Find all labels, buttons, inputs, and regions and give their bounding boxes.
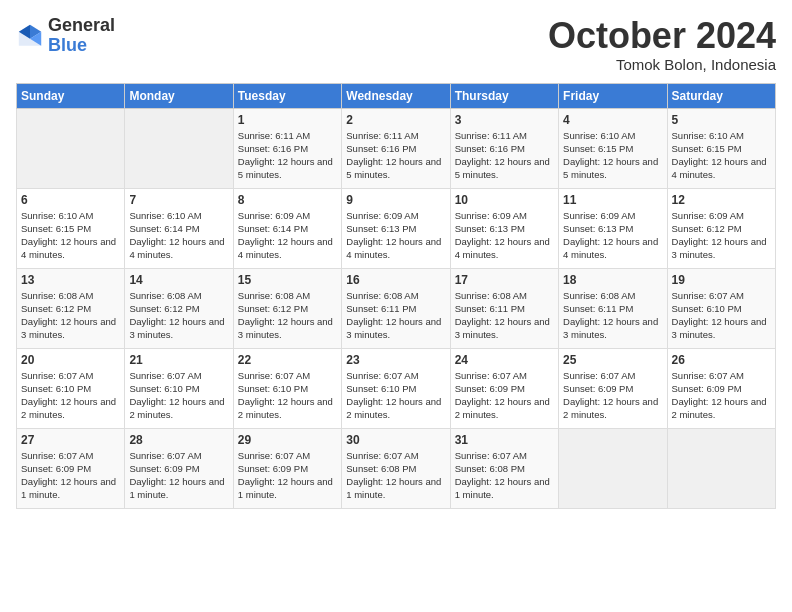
day-number: 8 <box>238 193 337 207</box>
calendar-cell: 7Sunrise: 6:10 AMSunset: 6:14 PMDaylight… <box>125 188 233 268</box>
calendar-cell <box>17 108 125 188</box>
day-info: Sunrise: 6:10 AMSunset: 6:14 PMDaylight:… <box>129 209 228 262</box>
calendar-cell: 20Sunrise: 6:07 AMSunset: 6:10 PMDayligh… <box>17 348 125 428</box>
calendar-week-row: 27Sunrise: 6:07 AMSunset: 6:09 PMDayligh… <box>17 428 776 508</box>
day-number: 6 <box>21 193 120 207</box>
page-header: General Blue October 2024 Tomok Bolon, I… <box>16 16 776 73</box>
day-number: 2 <box>346 113 445 127</box>
day-info: Sunrise: 6:09 AMSunset: 6:12 PMDaylight:… <box>672 209 771 262</box>
calendar-cell: 12Sunrise: 6:09 AMSunset: 6:12 PMDayligh… <box>667 188 775 268</box>
calendar-cell: 22Sunrise: 6:07 AMSunset: 6:10 PMDayligh… <box>233 348 341 428</box>
day-number: 7 <box>129 193 228 207</box>
day-info: Sunrise: 6:10 AMSunset: 6:15 PMDaylight:… <box>21 209 120 262</box>
calendar-cell: 6Sunrise: 6:10 AMSunset: 6:15 PMDaylight… <box>17 188 125 268</box>
day-info: Sunrise: 6:09 AMSunset: 6:13 PMDaylight:… <box>563 209 662 262</box>
calendar-cell: 31Sunrise: 6:07 AMSunset: 6:08 PMDayligh… <box>450 428 558 508</box>
calendar-cell: 5Sunrise: 6:10 AMSunset: 6:15 PMDaylight… <box>667 108 775 188</box>
day-info: Sunrise: 6:09 AMSunset: 6:14 PMDaylight:… <box>238 209 337 262</box>
day-info: Sunrise: 6:11 AMSunset: 6:16 PMDaylight:… <box>238 129 337 182</box>
day-info: Sunrise: 6:08 AMSunset: 6:12 PMDaylight:… <box>238 289 337 342</box>
day-number: 26 <box>672 353 771 367</box>
day-number: 24 <box>455 353 554 367</box>
day-number: 9 <box>346 193 445 207</box>
calendar-cell: 24Sunrise: 6:07 AMSunset: 6:09 PMDayligh… <box>450 348 558 428</box>
calendar-cell: 21Sunrise: 6:07 AMSunset: 6:10 PMDayligh… <box>125 348 233 428</box>
calendar-header-row: SundayMondayTuesdayWednesdayThursdayFrid… <box>17 83 776 108</box>
day-info: Sunrise: 6:09 AMSunset: 6:13 PMDaylight:… <box>346 209 445 262</box>
weekday-header-monday: Monday <box>125 83 233 108</box>
day-info: Sunrise: 6:07 AMSunset: 6:08 PMDaylight:… <box>455 449 554 502</box>
day-number: 31 <box>455 433 554 447</box>
day-info: Sunrise: 6:07 AMSunset: 6:10 PMDaylight:… <box>672 289 771 342</box>
calendar-cell: 28Sunrise: 6:07 AMSunset: 6:09 PMDayligh… <box>125 428 233 508</box>
day-number: 19 <box>672 273 771 287</box>
calendar-week-row: 1Sunrise: 6:11 AMSunset: 6:16 PMDaylight… <box>17 108 776 188</box>
day-number: 23 <box>346 353 445 367</box>
calendar-cell: 27Sunrise: 6:07 AMSunset: 6:09 PMDayligh… <box>17 428 125 508</box>
location-subtitle: Tomok Bolon, Indonesia <box>548 56 776 73</box>
day-info: Sunrise: 6:07 AMSunset: 6:09 PMDaylight:… <box>672 369 771 422</box>
day-number: 15 <box>238 273 337 287</box>
day-info: Sunrise: 6:07 AMSunset: 6:08 PMDaylight:… <box>346 449 445 502</box>
day-number: 29 <box>238 433 337 447</box>
calendar-cell: 19Sunrise: 6:07 AMSunset: 6:10 PMDayligh… <box>667 268 775 348</box>
day-number: 17 <box>455 273 554 287</box>
calendar-cell: 14Sunrise: 6:08 AMSunset: 6:12 PMDayligh… <box>125 268 233 348</box>
calendar-week-row: 6Sunrise: 6:10 AMSunset: 6:15 PMDaylight… <box>17 188 776 268</box>
day-info: Sunrise: 6:07 AMSunset: 6:09 PMDaylight:… <box>563 369 662 422</box>
day-info: Sunrise: 6:08 AMSunset: 6:11 PMDaylight:… <box>563 289 662 342</box>
day-number: 27 <box>21 433 120 447</box>
day-number: 20 <box>21 353 120 367</box>
calendar-cell: 9Sunrise: 6:09 AMSunset: 6:13 PMDaylight… <box>342 188 450 268</box>
weekday-header-sunday: Sunday <box>17 83 125 108</box>
calendar-week-row: 20Sunrise: 6:07 AMSunset: 6:10 PMDayligh… <box>17 348 776 428</box>
day-number: 11 <box>563 193 662 207</box>
calendar-cell: 2Sunrise: 6:11 AMSunset: 6:16 PMDaylight… <box>342 108 450 188</box>
calendar-week-row: 13Sunrise: 6:08 AMSunset: 6:12 PMDayligh… <box>17 268 776 348</box>
calendar-cell <box>667 428 775 508</box>
calendar-cell: 13Sunrise: 6:08 AMSunset: 6:12 PMDayligh… <box>17 268 125 348</box>
day-number: 25 <box>563 353 662 367</box>
day-info: Sunrise: 6:11 AMSunset: 6:16 PMDaylight:… <box>455 129 554 182</box>
weekday-header-wednesday: Wednesday <box>342 83 450 108</box>
day-info: Sunrise: 6:08 AMSunset: 6:12 PMDaylight:… <box>21 289 120 342</box>
calendar-cell: 10Sunrise: 6:09 AMSunset: 6:13 PMDayligh… <box>450 188 558 268</box>
day-info: Sunrise: 6:10 AMSunset: 6:15 PMDaylight:… <box>563 129 662 182</box>
day-number: 30 <box>346 433 445 447</box>
calendar-cell: 4Sunrise: 6:10 AMSunset: 6:15 PMDaylight… <box>559 108 667 188</box>
calendar-cell: 8Sunrise: 6:09 AMSunset: 6:14 PMDaylight… <box>233 188 341 268</box>
day-info: Sunrise: 6:08 AMSunset: 6:11 PMDaylight:… <box>455 289 554 342</box>
logo-text: General Blue <box>48 16 115 56</box>
day-number: 21 <box>129 353 228 367</box>
day-number: 1 <box>238 113 337 127</box>
calendar-cell: 15Sunrise: 6:08 AMSunset: 6:12 PMDayligh… <box>233 268 341 348</box>
calendar-cell: 18Sunrise: 6:08 AMSunset: 6:11 PMDayligh… <box>559 268 667 348</box>
day-info: Sunrise: 6:07 AMSunset: 6:10 PMDaylight:… <box>238 369 337 422</box>
day-info: Sunrise: 6:09 AMSunset: 6:13 PMDaylight:… <box>455 209 554 262</box>
day-info: Sunrise: 6:07 AMSunset: 6:10 PMDaylight:… <box>346 369 445 422</box>
day-number: 10 <box>455 193 554 207</box>
calendar-cell: 23Sunrise: 6:07 AMSunset: 6:10 PMDayligh… <box>342 348 450 428</box>
logo: General Blue <box>16 16 115 56</box>
weekday-header-friday: Friday <box>559 83 667 108</box>
logo-icon <box>16 22 44 50</box>
day-number: 14 <box>129 273 228 287</box>
weekday-header-saturday: Saturday <box>667 83 775 108</box>
day-number: 5 <box>672 113 771 127</box>
calendar-table: SundayMondayTuesdayWednesdayThursdayFrid… <box>16 83 776 509</box>
day-info: Sunrise: 6:07 AMSunset: 6:09 PMDaylight:… <box>455 369 554 422</box>
day-info: Sunrise: 6:07 AMSunset: 6:10 PMDaylight:… <box>21 369 120 422</box>
day-info: Sunrise: 6:08 AMSunset: 6:11 PMDaylight:… <box>346 289 445 342</box>
day-number: 22 <box>238 353 337 367</box>
calendar-cell: 26Sunrise: 6:07 AMSunset: 6:09 PMDayligh… <box>667 348 775 428</box>
calendar-cell <box>125 108 233 188</box>
calendar-cell: 29Sunrise: 6:07 AMSunset: 6:09 PMDayligh… <box>233 428 341 508</box>
calendar-cell: 25Sunrise: 6:07 AMSunset: 6:09 PMDayligh… <box>559 348 667 428</box>
weekday-header-thursday: Thursday <box>450 83 558 108</box>
day-info: Sunrise: 6:07 AMSunset: 6:09 PMDaylight:… <box>129 449 228 502</box>
calendar-cell: 17Sunrise: 6:08 AMSunset: 6:11 PMDayligh… <box>450 268 558 348</box>
day-number: 12 <box>672 193 771 207</box>
month-title: October 2024 <box>548 16 776 56</box>
day-number: 4 <box>563 113 662 127</box>
day-info: Sunrise: 6:08 AMSunset: 6:12 PMDaylight:… <box>129 289 228 342</box>
